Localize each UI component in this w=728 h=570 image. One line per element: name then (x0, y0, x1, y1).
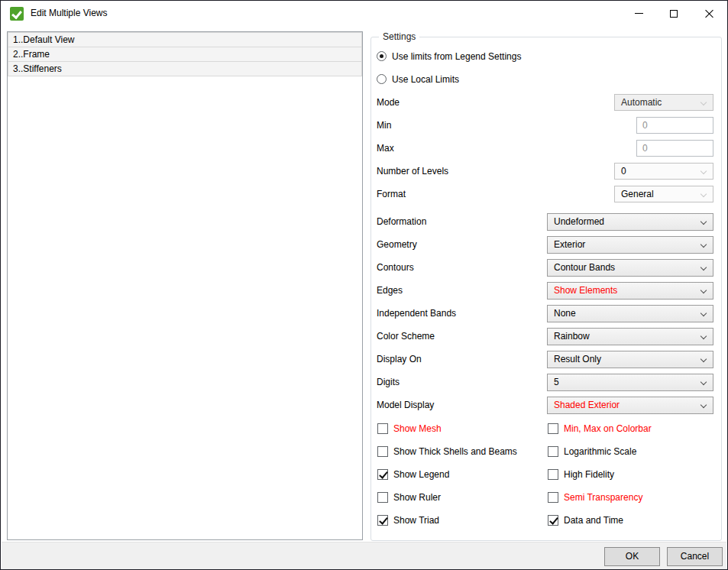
view-list: 1..Default View 2..Frame 3..Stiffeners (7, 31, 363, 540)
checkbox-icon (548, 515, 558, 526)
mode-value: Automatic (615, 95, 713, 110)
min-input[interactable]: 0 (636, 117, 713, 134)
display-on-value: Result Only (548, 351, 713, 367)
view-list-item-stiffeners[interactable]: 3..Stiffeners (8, 61, 362, 76)
model-display-label: Model Display (377, 397, 434, 414)
checkmark-app-icon (10, 7, 24, 21)
min-value: 0 (642, 120, 648, 131)
maximize-button[interactable] (656, 2, 691, 25)
edges-dropdown[interactable]: Show Elements (547, 282, 713, 300)
cancel-button[interactable]: Cancel (667, 547, 723, 566)
radio-icon (377, 74, 387, 84)
digits-value: 5 (548, 374, 713, 390)
checkbox-icon (377, 492, 388, 503)
view-list-item-label: 1..Default View (8, 33, 361, 47)
format-value: General (615, 186, 713, 202)
mode-dropdown[interactable]: Automatic (614, 94, 713, 111)
view-list-item-label: 2..Frame (8, 47, 361, 61)
deformation-dropdown[interactable]: Undeformed (547, 213, 713, 231)
checkbox-icon (377, 515, 388, 526)
checkbox-label: Logarithmic Scale (564, 446, 636, 457)
model-display-dropdown[interactable]: Shaded Exterior (547, 397, 713, 414)
radio-use-legend-limits[interactable]: Use limits from Legend Settings (377, 50, 521, 62)
checkbox-icon (548, 469, 558, 480)
radio-icon (377, 51, 387, 61)
max-value: 0 (642, 143, 648, 154)
checkbox-icon (377, 423, 388, 434)
title-bar: Edit Multiple Views (2, 2, 726, 25)
checkbox-label: Min, Max on Colorbar (564, 423, 652, 434)
checkbox-label: High Fidelity (564, 469, 614, 480)
checkbox-data-and-time[interactable]: Data and Time (548, 514, 623, 526)
close-icon (704, 8, 714, 18)
checkbox-show-triad[interactable]: Show Triad (377, 514, 439, 526)
mode-label: Mode (377, 94, 400, 111)
checkbox-label: Show Ruler (393, 492, 441, 503)
radio-use-local-limits[interactable]: Use Local Limits (377, 73, 459, 85)
minimize-button[interactable] (621, 2, 656, 25)
checkbox-semi-transparency[interactable]: Semi Transparency (548, 491, 642, 504)
minimize-icon (635, 13, 643, 14)
radio-label: Use limits from Legend Settings (392, 51, 521, 62)
checkbox-label: Show Mesh (393, 423, 442, 434)
checkbox-icon (377, 446, 388, 457)
checkbox-icon (548, 423, 558, 434)
contours-dropdown[interactable]: Contour Bands (547, 259, 713, 277)
edges-value: Show Elements (548, 283, 713, 298)
settings-group-label: Settings (379, 31, 419, 42)
number-of-levels-dropdown[interactable]: 0 (614, 163, 713, 180)
digits-dropdown[interactable]: 5 (547, 374, 713, 391)
digits-label: Digits (377, 374, 400, 391)
number-of-levels-label: Number of Levels (377, 163, 448, 180)
independent-bands-label: Independent Bands (377, 305, 456, 322)
model-display-value: Shaded Exterior (548, 397, 713, 413)
checkbox-min-max-on-colorbar[interactable]: Min, Max on Colorbar (548, 423, 652, 435)
max-label: Max (377, 140, 394, 157)
contours-label: Contours (377, 259, 414, 277)
checkbox-show-ruler[interactable]: Show Ruler (377, 491, 441, 504)
checkbox-label: Semi Transparency (564, 492, 642, 503)
geometry-label: Geometry (377, 236, 417, 254)
color-scheme-value: Rainbow (548, 329, 713, 344)
independent-bands-value: None (548, 306, 713, 321)
view-list-item-label: 3..Stiffeners (8, 62, 361, 76)
format-label: Format (377, 186, 406, 202)
geometry-value: Exterior (548, 237, 713, 252)
number-of-levels-value: 0 (615, 164, 713, 179)
checkbox-label: Show Thick Shells and Beams (393, 446, 517, 457)
checkbox-icon (377, 469, 388, 480)
ok-button[interactable]: OK (604, 547, 660, 566)
checkbox-high-fidelity[interactable]: High Fidelity (548, 468, 614, 481)
dialog-footer: OK Cancel (2, 542, 726, 570)
checkbox-label: Data and Time (564, 515, 623, 526)
format-dropdown[interactable]: General (614, 186, 713, 202)
color-scheme-label: Color Scheme (377, 328, 435, 345)
checkbox-label: Show Legend (393, 469, 449, 480)
edit-multiple-views-dialog: Edit Multiple Views 1..Default View 2..F… (0, 0, 728, 570)
checkbox-icon (548, 492, 558, 503)
geometry-dropdown[interactable]: Exterior (547, 236, 713, 254)
display-on-label: Display On (377, 351, 422, 368)
edges-label: Edges (377, 282, 403, 300)
view-list-item-frame[interactable]: 2..Frame (8, 47, 362, 62)
checkbox-logarithmic-scale[interactable]: Logarithmic Scale (548, 445, 636, 458)
display-on-dropdown[interactable]: Result Only (547, 351, 713, 368)
close-button[interactable] (691, 2, 726, 25)
max-input[interactable]: 0 (636, 140, 713, 157)
independent-bands-dropdown[interactable]: None (547, 305, 713, 322)
window-title: Edit Multiple Views (31, 2, 108, 25)
view-list-item-default-view[interactable]: 1..Default View (8, 32, 362, 47)
deformation-label: Deformation (377, 213, 426, 231)
checkbox-icon (548, 446, 558, 457)
contours-value: Contour Bands (548, 260, 713, 275)
checkbox-show-thick-shells-and-beams[interactable]: Show Thick Shells and Beams (377, 445, 517, 458)
min-label: Min (377, 117, 391, 134)
checkbox-label: Show Triad (393, 515, 439, 526)
radio-label: Use Local Limits (392, 74, 459, 85)
maximize-icon (670, 10, 678, 18)
color-scheme-dropdown[interactable]: Rainbow (547, 328, 713, 345)
checkbox-show-mesh[interactable]: Show Mesh (377, 423, 442, 435)
checkbox-show-legend[interactable]: Show Legend (377, 468, 449, 481)
deformation-value: Undeformed (548, 214, 713, 229)
